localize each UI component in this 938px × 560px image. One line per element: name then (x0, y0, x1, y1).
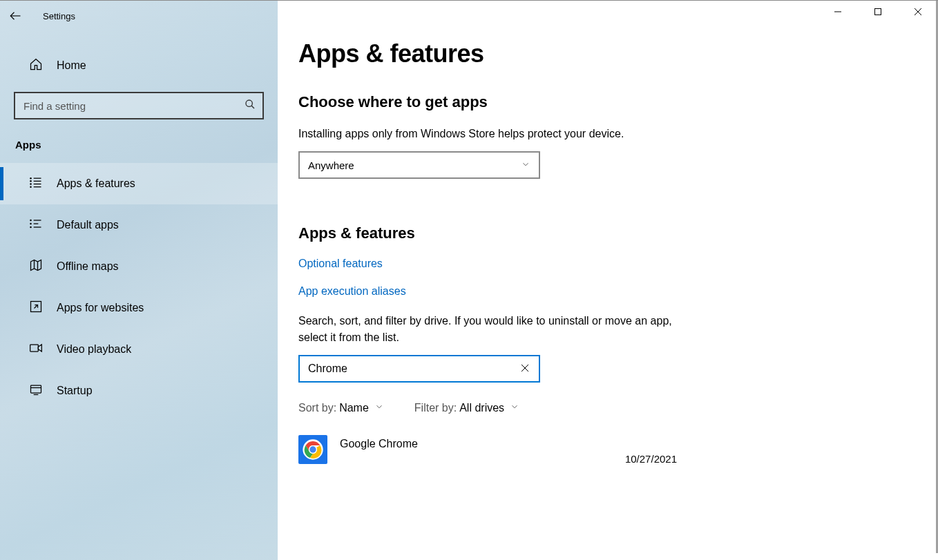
svg-point-34 (309, 446, 316, 452)
list-icon (29, 175, 43, 192)
svg-line-6 (251, 106, 254, 108)
app-name: Google Chrome (340, 438, 625, 450)
nav-label: Offline maps (57, 260, 119, 273)
nav-startup[interactable]: Startup (0, 370, 278, 412)
main-content: Apps & features Choose where to get apps… (278, 1, 938, 560)
nav-apps-features[interactable]: Apps & features (0, 163, 278, 204)
startup-icon (29, 383, 43, 399)
back-button[interactable] (0, 1, 30, 31)
app-title: Settings (43, 11, 75, 21)
app-search[interactable] (298, 355, 540, 383)
page-title: Apps & features (298, 39, 938, 68)
sidebar-section-label: Apps (15, 139, 278, 151)
sort-by-value: Name (339, 402, 369, 414)
chrome-icon (298, 435, 327, 464)
home-button[interactable]: Home (0, 45, 278, 86)
app-list-item[interactable]: Google Chrome 10/27/2021 (298, 435, 677, 465)
window-controls (818, 1, 938, 23)
clear-search-button[interactable] (517, 360, 533, 377)
maximize-button[interactable] (858, 1, 898, 23)
sort-by-label: Sort by: (298, 402, 336, 414)
nav-label: Apps for websites (57, 302, 144, 314)
apps-features-heading: Apps & features (298, 224, 938, 242)
settings-search[interactable] (14, 92, 264, 119)
svg-rect-27 (31, 385, 41, 393)
video-icon (29, 341, 43, 358)
optional-features-link[interactable]: Optional features (298, 258, 383, 270)
minimize-button[interactable] (818, 1, 858, 23)
list-description: Search, sort, and filter by drive. If yo… (298, 313, 685, 345)
app-install-date: 10/27/2021 (625, 453, 677, 465)
settings-search-input[interactable] (23, 100, 245, 112)
dropdown-value: Anywhere (308, 160, 354, 171)
close-icon (521, 363, 529, 375)
map-icon (29, 258, 43, 275)
chevron-down-icon (521, 160, 530, 171)
app-execution-aliases-link[interactable]: App execution aliases (298, 285, 406, 298)
svg-marker-21 (31, 260, 41, 271)
sidebar-header: Settings (0, 1, 278, 31)
svg-marker-26 (38, 345, 41, 351)
filter-by-control[interactable]: Filter by: All drives (414, 402, 519, 414)
home-label: Home (57, 59, 86, 72)
nav-label: Apps & features (57, 177, 135, 190)
defaults-icon (29, 217, 43, 233)
app-source-dropdown[interactable]: Anywhere (298, 151, 540, 179)
svg-point-5 (246, 100, 252, 106)
nav-label: Startup (57, 385, 93, 397)
nav-default-apps[interactable]: Default apps (0, 204, 278, 246)
filter-by-label: Filter by: (414, 402, 457, 414)
svg-rect-1 (875, 9, 881, 15)
chevron-down-icon (504, 402, 519, 414)
svg-rect-25 (30, 345, 39, 351)
filter-by-value: All drives (459, 402, 504, 414)
nav-label: Default apps (57, 219, 119, 231)
choose-apps-heading: Choose where to get apps (298, 93, 938, 111)
home-icon (29, 57, 43, 74)
sort-by-control[interactable]: Sort by: Name (298, 402, 384, 414)
nav-label: Video playback (57, 343, 131, 356)
close-button[interactable] (898, 1, 938, 23)
choose-apps-description: Installing apps only from Windows Store … (298, 126, 685, 142)
nav-apps-for-websites[interactable]: Apps for websites (0, 287, 278, 329)
sidebar: Settings Home Apps Apps & features (0, 1, 278, 560)
chevron-down-icon (369, 402, 384, 414)
nav-video-playback[interactable]: Video playback (0, 329, 278, 370)
nav-offline-maps[interactable]: Offline maps (0, 246, 278, 287)
app-search-input[interactable] (308, 363, 517, 375)
open-icon (29, 300, 43, 316)
search-icon (245, 99, 256, 113)
